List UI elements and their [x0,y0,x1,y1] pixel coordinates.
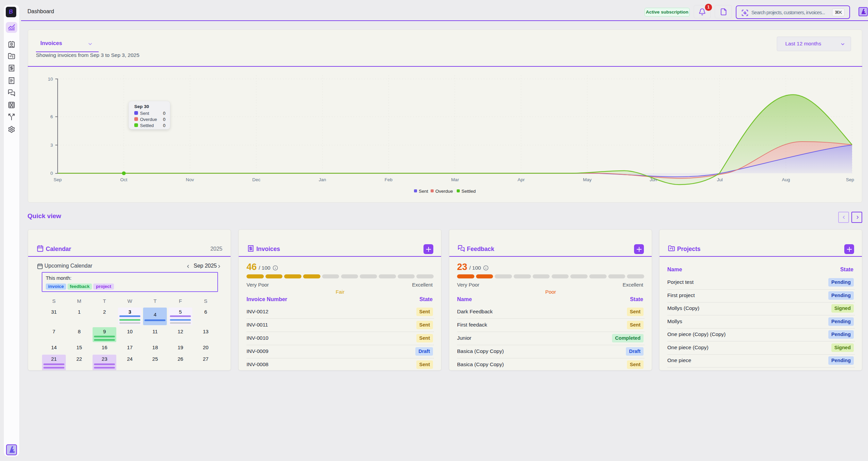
svg-text:Oct: Oct [120,177,127,182]
svg-text:Sep: Sep [54,177,62,182]
svg-text:Jun: Jun [650,177,657,182]
svg-text:Apr: Apr [517,177,525,182]
svg-text:Aug: Aug [782,177,790,182]
svg-text:Feb: Feb [384,177,392,182]
svg-text:Sep: Sep [846,177,854,182]
svg-text:Nov: Nov [186,177,194,182]
svg-text:Dec: Dec [252,177,260,182]
svg-text:Jan: Jan [319,177,326,182]
svg-text:0: 0 [50,171,53,176]
svg-text:Jul: Jul [717,177,723,182]
svg-text:May: May [583,177,592,182]
svg-text:10: 10 [48,77,53,82]
svg-text:6: 6 [50,114,53,119]
svg-text:Mar: Mar [451,177,459,182]
svg-text:3: 3 [50,143,53,148]
